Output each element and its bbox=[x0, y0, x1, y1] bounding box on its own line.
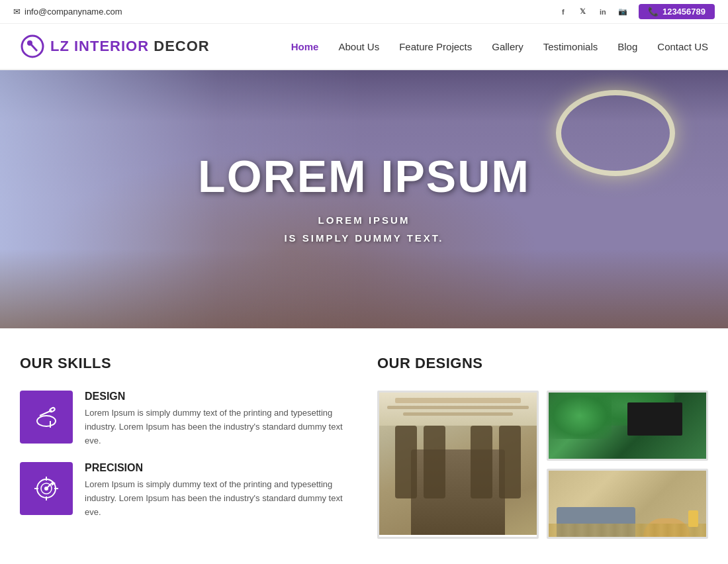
hero-subtitle: LOREM IPSUM IS SIMPLY DUMMY TEXT. bbox=[284, 211, 443, 247]
svg-line-2 bbox=[30, 43, 37, 51]
precision-desc: Lorem Ipsum is simply dummy text of the … bbox=[85, 478, 351, 519]
hero-decor-circle bbox=[556, 90, 675, 176]
conference-img bbox=[379, 393, 537, 535]
skills-section: OUR SKILLS DESIGN Lorem Ipsum is simply … bbox=[20, 355, 351, 539]
email-icon: ✉ bbox=[13, 7, 21, 17]
design-living-top bbox=[547, 391, 708, 461]
phone-button[interactable]: 📞 123456789 bbox=[639, 4, 715, 19]
designs-section: OUR DESIGNS bbox=[377, 355, 708, 539]
main-nav: Home About Us Feature Projects Gallery T… bbox=[291, 41, 708, 52]
designs-title: OUR DESIGNS bbox=[377, 355, 708, 372]
logo-icon bbox=[20, 34, 45, 59]
logo-lz: LZ bbox=[50, 38, 69, 54]
nav-contact[interactable]: Contact US bbox=[657, 41, 708, 52]
top-bar-email: ✉ info@companyname.com bbox=[13, 7, 122, 17]
nav-feature-projects[interactable]: Feature Projects bbox=[399, 41, 472, 52]
design-icon bbox=[32, 402, 61, 432]
precision-name: PRECISION bbox=[85, 462, 351, 474]
nav-home[interactable]: Home bbox=[291, 41, 319, 52]
design-desc: Lorem Ipsum is simply dummy text of the … bbox=[85, 406, 351, 447]
phone-icon: 📞 bbox=[648, 7, 659, 17]
nav-blog[interactable]: Blog bbox=[617, 41, 637, 52]
design-name: DESIGN bbox=[85, 391, 351, 402]
logo-interior: INTERIOR bbox=[69, 38, 149, 54]
design-icon-box bbox=[20, 391, 73, 444]
twitter-icon[interactable]: 𝕏 bbox=[576, 5, 590, 19]
precision-icon-box bbox=[20, 462, 73, 515]
skill-precision: PRECISION Lorem Ipsum is simply dummy te… bbox=[20, 462, 351, 519]
logo-decor: DECOR bbox=[149, 38, 210, 54]
living-top-img bbox=[549, 393, 706, 459]
nav-testimonials[interactable]: Testimonials bbox=[543, 41, 598, 52]
instagram-icon[interactable]: 📷 bbox=[616, 5, 629, 19]
email-address: info@companyname.com bbox=[24, 7, 122, 17]
hero-subtitle-line1: LOREM IPSUM bbox=[318, 214, 410, 226]
hero-decor-desk bbox=[0, 249, 728, 328]
top-bar: ✉ info@companyname.com f 𝕏 in 📷 📞 123456… bbox=[0, 0, 728, 24]
linkedin-icon[interactable]: in bbox=[596, 5, 610, 19]
design-content: DESIGN Lorem Ipsum is simply dummy text … bbox=[85, 391, 351, 447]
precision-content: PRECISION Lorem Ipsum is simply dummy te… bbox=[85, 462, 351, 519]
top-bar-right: f 𝕏 in 📷 📞 123456789 bbox=[557, 4, 715, 19]
design-conference bbox=[377, 391, 539, 539]
svg-point-6 bbox=[49, 407, 55, 412]
header: LZ INTERIOR DECOR Home About Us Feature … bbox=[0, 24, 728, 70]
hero-section: LOREM IPSUM LOREM IPSUM IS SIMPLY DUMMY … bbox=[0, 70, 728, 328]
logo-svg bbox=[20, 34, 45, 59]
hero-title: LOREM IPSUM bbox=[198, 152, 530, 201]
living-bottom-img bbox=[549, 471, 706, 537]
logo: LZ INTERIOR DECOR bbox=[20, 34, 210, 59]
design-living-bottom bbox=[547, 469, 708, 539]
facebook-icon[interactable]: f bbox=[557, 5, 570, 19]
skills-title: OUR SKILLS bbox=[20, 355, 351, 372]
nav-gallery[interactable]: Gallery bbox=[492, 41, 523, 52]
hero-subtitle-line2: IS SIMPLY DUMMY TEXT. bbox=[284, 232, 443, 244]
main-content: OUR SKILLS DESIGN Lorem Ipsum is simply … bbox=[0, 328, 728, 564]
phone-number: 123456789 bbox=[662, 7, 705, 17]
designs-grid bbox=[377, 391, 708, 539]
social-icons: f 𝕏 in 📷 bbox=[557, 5, 629, 19]
precision-icon bbox=[32, 474, 61, 503]
svg-point-4 bbox=[37, 416, 56, 426]
logo-text: LZ INTERIOR DECOR bbox=[50, 38, 210, 55]
skill-design: DESIGN Lorem Ipsum is simply dummy text … bbox=[20, 391, 351, 447]
nav-about[interactable]: About Us bbox=[338, 41, 379, 52]
